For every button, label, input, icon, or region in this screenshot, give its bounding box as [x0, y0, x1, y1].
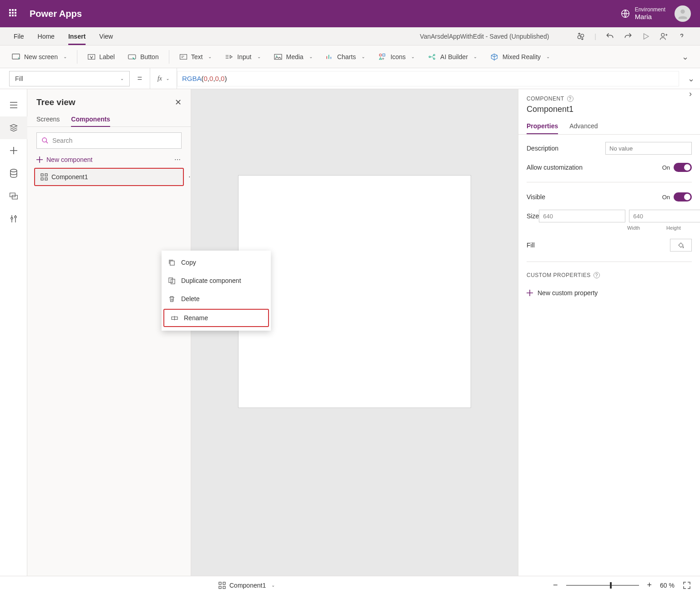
custom-props-label: CUSTOM PROPERTIES	[527, 272, 591, 278]
fx-icon[interactable]: fx⌄	[150, 68, 177, 89]
redo-icon[interactable]	[624, 32, 633, 41]
plus-icon	[36, 156, 43, 163]
svg-rect-23	[45, 174, 47, 176]
status-bar: Component1 ⌄ − + 60 %	[0, 576, 700, 594]
visible-toggle[interactable]: On	[662, 192, 692, 201]
props-tab-properties[interactable]: Properties	[527, 119, 558, 134]
delete-icon	[168, 296, 177, 302]
props-collapse-icon[interactable]: ›	[689, 89, 692, 99]
svg-point-10	[276, 55, 277, 56]
icons-dropdown[interactable]: Icons⌄	[373, 50, 419, 64]
env-label: Environment	[635, 6, 665, 13]
formula-input[interactable]: RGBA(0, 0, 0, 0)	[177, 71, 679, 86]
help-badge-icon-2[interactable]: ?	[593, 272, 600, 278]
charts-dropdown[interactable]: Charts⌄	[321, 50, 370, 63]
button-icon	[127, 53, 137, 60]
new-screen-button[interactable]: New screen⌄	[7, 50, 71, 63]
new-custom-property-button[interactable]: New custom property	[527, 289, 692, 297]
svg-point-20	[15, 216, 16, 218]
label-icon	[87, 53, 96, 60]
input-icon	[224, 53, 233, 60]
env-name: Maria	[635, 13, 652, 20]
fill-color-button[interactable]	[670, 239, 692, 252]
waffle-icon[interactable]	[9, 9, 18, 18]
mixed-reality-dropdown[interactable]: Mixed Reality⌄	[485, 50, 554, 64]
property-selector[interactable]: Fill⌄	[9, 71, 130, 86]
props-component-name: Component1	[527, 105, 692, 114]
svg-rect-7	[128, 55, 136, 59]
component-icon	[218, 582, 226, 589]
menu-bar: File Home Insert View VanArsdelAppWithEd…	[0, 27, 700, 45]
menu-insert[interactable]: Insert	[68, 33, 86, 40]
play-icon[interactable]	[642, 32, 650, 40]
undo-icon[interactable]	[605, 32, 614, 41]
close-icon[interactable]: ✕	[175, 97, 182, 107]
zoom-in-button[interactable]: +	[647, 580, 652, 590]
menu-home[interactable]: Home	[38, 33, 55, 40]
context-menu: Copy Duplicate component Delete Rename	[162, 251, 271, 331]
visible-label: Visible	[527, 193, 545, 201]
menu-view[interactable]: View	[99, 33, 113, 40]
text-dropdown[interactable]: Text⌄	[175, 50, 217, 63]
status-component-name[interactable]: Component1	[229, 582, 266, 589]
tree-view-panel: Tree view ✕ Screens Components Search Ne…	[27, 89, 191, 576]
tree-item-component1[interactable]: Component1 ⋯	[34, 168, 184, 186]
rail-advanced-tools[interactable]	[0, 207, 27, 230]
input-dropdown[interactable]: Input⌄	[220, 50, 265, 63]
context-duplicate[interactable]: Duplicate component	[162, 272, 271, 290]
button-button[interactable]: Button	[123, 50, 163, 63]
environment-picker[interactable]: Environment Maria	[620, 6, 665, 21]
rename-icon	[171, 315, 179, 322]
label-button[interactable]: Label	[83, 50, 119, 63]
svg-rect-33	[223, 586, 225, 589]
new-component-button[interactable]: New component	[36, 156, 92, 163]
menu-file[interactable]: File	[14, 33, 24, 40]
rail-hamburger[interactable]	[0, 94, 27, 116]
rail-tree-view[interactable]	[0, 116, 27, 139]
description-label: Description	[527, 145, 558, 152]
formula-expand-icon[interactable]: ⌄	[682, 74, 700, 84]
svg-point-19	[11, 217, 13, 219]
context-delete[interactable]: Delete	[162, 290, 271, 308]
fit-to-screen-icon[interactable]	[683, 581, 691, 589]
tree-view-title: Tree view	[36, 97, 76, 107]
tab-components[interactable]: Components	[71, 112, 110, 126]
ai-builder-dropdown[interactable]: AI Builder⌄	[423, 50, 482, 64]
context-rename[interactable]: Rename	[163, 309, 269, 327]
height-input[interactable]	[629, 210, 700, 222]
context-copy[interactable]: Copy	[162, 253, 271, 272]
svg-rect-22	[41, 174, 43, 176]
help-icon[interactable]	[677, 32, 686, 41]
canvas[interactable]	[191, 89, 518, 576]
zoom-slider[interactable]	[566, 585, 639, 586]
component-artboard[interactable]	[238, 176, 471, 408]
width-input[interactable]	[539, 210, 625, 222]
zoom-out-button[interactable]: −	[553, 580, 558, 590]
rail-insert[interactable]	[0, 139, 27, 162]
description-input[interactable]	[605, 142, 692, 155]
svg-point-13	[429, 56, 431, 57]
allow-customization-toggle[interactable]: On	[662, 163, 692, 172]
svg-rect-17	[10, 193, 15, 196]
globe-icon	[620, 9, 630, 19]
svg-point-21	[42, 138, 46, 142]
charts-icon	[325, 53, 334, 60]
share-icon[interactable]	[659, 32, 668, 41]
svg-point-16	[10, 169, 17, 172]
more-icon[interactable]: ⋯	[174, 156, 182, 163]
props-tab-advanced[interactable]: Advanced	[569, 119, 598, 134]
avatar[interactable]	[675, 5, 691, 22]
ribbon-collapse-icon[interactable]: ⌄	[677, 52, 693, 62]
app-checker-icon[interactable]	[576, 32, 585, 41]
rail-media[interactable]	[0, 185, 27, 207]
plus-icon	[527, 290, 533, 296]
tab-screens[interactable]: Screens	[36, 112, 60, 126]
fill-label: Fill	[527, 242, 535, 249]
search-input[interactable]: Search	[36, 132, 182, 149]
svg-point-11	[379, 54, 381, 56]
duplicate-icon	[168, 277, 177, 284]
media-dropdown[interactable]: Media⌄	[269, 50, 317, 63]
rail-data[interactable]	[0, 162, 27, 185]
help-badge-icon[interactable]: ?	[567, 96, 573, 102]
document-title: VanArsdelAppWithEdit - Saved (Unpublishe…	[420, 33, 549, 40]
